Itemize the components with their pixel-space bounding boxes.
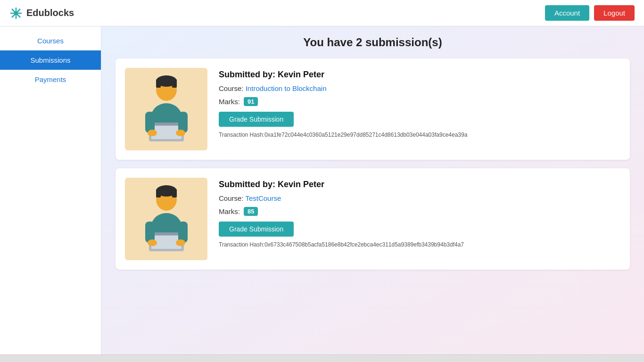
tx-label-2: Transaction Hash: bbox=[219, 241, 264, 248]
svg-point-29 bbox=[148, 239, 157, 246]
card-body-1: Submitted by: Kevin Peter Course: Introd… bbox=[219, 68, 620, 138]
course-name-1[interactable]: Introduction to Blockchain bbox=[246, 84, 327, 92]
account-button[interactable]: Account bbox=[545, 5, 589, 21]
marks-label-1: Marks: bbox=[219, 98, 240, 106]
course-label-2: Course: bbox=[219, 194, 245, 202]
svg-rect-13 bbox=[151, 123, 182, 125]
main-layout: Courses Submissions Payments You have 2 … bbox=[0, 26, 644, 354]
tx-value-1: 0xa1fe72c044e4c0360a5121e29e97dd85271c4d… bbox=[264, 132, 467, 138]
sidebar-item-courses[interactable]: Courses bbox=[0, 31, 101, 50]
marks-line-1: Marks: 91 bbox=[219, 97, 620, 106]
marks-badge-2: 85 bbox=[244, 207, 258, 216]
grade-button-2[interactable]: Grade Submission bbox=[219, 222, 294, 237]
tx-label-1: Transaction Hash: bbox=[219, 132, 264, 138]
tx-value-2: 0x6733c467508b5acfa5186e8b42fce2ebca4ec3… bbox=[264, 241, 464, 248]
avatar-2 bbox=[125, 178, 207, 260]
course-name-2[interactable]: TestCourse bbox=[245, 194, 281, 202]
marks-line-2: Marks: 85 bbox=[219, 207, 620, 216]
logout-button[interactable]: Logout bbox=[594, 5, 635, 21]
app-logo-text: Edublocks bbox=[26, 8, 74, 18]
grade-button-1[interactable]: Grade Submission bbox=[219, 112, 294, 127]
course-label-1: Course: bbox=[219, 84, 246, 92]
logo-icon bbox=[9, 7, 23, 20]
marks-badge-1: 91 bbox=[244, 97, 258, 106]
submission-card-2: Submitted by: Kevin Peter Course: TestCo… bbox=[116, 168, 630, 270]
sidebar-item-submissions[interactable]: Submissions bbox=[0, 50, 101, 70]
card-title-1: Submitted by: Kevin Peter bbox=[219, 70, 620, 80]
content-area: You have 2 submission(s) bbox=[101, 26, 644, 354]
svg-rect-22 bbox=[172, 189, 177, 197]
logo-area: Edublocks bbox=[9, 7, 74, 20]
avatar-1 bbox=[125, 68, 207, 150]
svg-point-30 bbox=[176, 239, 185, 246]
topbar: Edublocks Account Logout bbox=[0, 0, 644, 26]
bottom-scrollbar[interactable] bbox=[0, 354, 644, 362]
svg-point-16 bbox=[148, 130, 157, 136]
card-title-2: Submitted by: Kevin Peter bbox=[219, 180, 620, 189]
svg-point-17 bbox=[176, 130, 185, 136]
svg-rect-21 bbox=[156, 189, 161, 197]
topbar-buttons: Account Logout bbox=[545, 5, 635, 21]
course-line-1: Course: Introduction to Blockchain bbox=[219, 84, 620, 92]
tx-hash-2: Transaction Hash:0x6733c467508b5acfa5186… bbox=[219, 241, 620, 248]
course-line-2: Course: TestCourse bbox=[219, 194, 620, 202]
svg-rect-8 bbox=[156, 79, 161, 88]
svg-rect-26 bbox=[151, 232, 182, 235]
marks-label-2: Marks: bbox=[219, 207, 240, 215]
tx-hash-1: Transaction Hash:0xa1fe72c044e4c0360a512… bbox=[219, 132, 620, 138]
submission-card-1: Submitted by: Kevin Peter Course: Introd… bbox=[116, 58, 630, 160]
sidebar-item-payments[interactable]: Payments bbox=[0, 70, 101, 89]
card-body-2: Submitted by: Kevin Peter Course: TestCo… bbox=[219, 178, 620, 248]
page-title: You have 2 submission(s) bbox=[116, 36, 630, 49]
svg-rect-9 bbox=[172, 79, 177, 88]
sidebar: Courses Submissions Payments bbox=[0, 26, 101, 354]
